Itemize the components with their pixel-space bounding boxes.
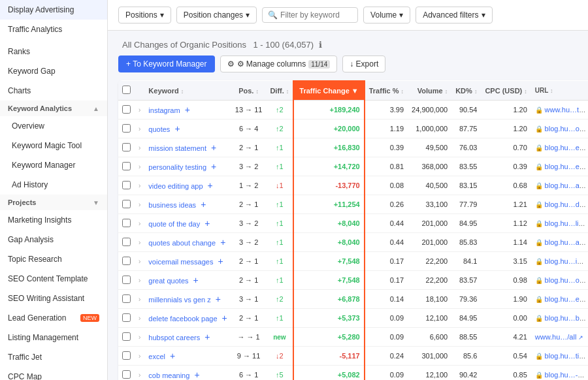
th-traffic-pct[interactable]: Traffic % ↕: [365, 81, 408, 101]
cell-expand[interactable]: ›: [135, 290, 144, 309]
keyword-link[interactable]: cob meaning: [148, 372, 189, 379]
expand-icon[interactable]: ›: [139, 182, 140, 189]
add-keyword-icon[interactable]: +: [201, 199, 206, 210]
th-traffic-change[interactable]: Traffic Change ▼: [293, 81, 364, 101]
sidebar-item-seo-writing-assistant[interactable]: SEO Writing Assistant: [0, 289, 107, 308]
sidebar-item-keyword-magic-tool[interactable]: Keyword Magic Tool: [0, 136, 107, 155]
row-checkbox[interactable]: [122, 351, 131, 360]
url-link[interactable]: blog.hu…-eo: [545, 371, 586, 379]
cell-expand[interactable]: ›: [135, 138, 144, 157]
expand-icon[interactable]: ›: [139, 277, 140, 284]
th-url[interactable]: URL ↕: [531, 81, 588, 101]
cell-checkbox[interactable]: [118, 347, 135, 366]
positions-button[interactable]: Positions ▾: [118, 7, 171, 24]
expand-icon[interactable]: ›: [139, 201, 140, 208]
position-changes-button[interactable]: Position changes ▾: [176, 7, 257, 24]
sidebar-item-topic-research[interactable]: Topic Research: [0, 249, 107, 269]
sidebar-section-projects[interactable]: Projects ▼: [0, 195, 107, 210]
cell-checkbox[interactable]: [118, 101, 135, 119]
add-keyword-icon[interactable]: +: [170, 351, 175, 361]
row-checkbox[interactable]: [122, 276, 131, 284]
keyword-link[interactable]: quotes about change: [148, 239, 216, 247]
row-checkbox[interactable]: [122, 181, 131, 189]
select-all-checkbox[interactable]: [122, 86, 131, 94]
sidebar-item-display-advertising[interactable]: Display Advertising: [0, 0, 107, 20]
sidebar-item-listing-management[interactable]: Listing Management: [0, 328, 107, 347]
cell-expand[interactable]: ›: [135, 233, 144, 252]
keyword-link[interactable]: hubspot careers: [148, 334, 200, 341]
cell-expand[interactable]: ›: [135, 195, 144, 214]
cell-checkbox[interactable]: [118, 309, 135, 328]
sidebar-item-traffic-jet[interactable]: Traffic Jet: [0, 347, 107, 367]
keyword-link[interactable]: excel: [148, 353, 165, 360]
th-select-all[interactable]: [118, 81, 135, 101]
url-link[interactable]: blog.hu…dea: [545, 200, 587, 208]
sidebar-item-marketing-insights[interactable]: Marketing Insights: [0, 210, 107, 230]
url-link[interactable]: blog.hu…ing: [545, 257, 585, 265]
sidebar-item-lead-generation[interactable]: Lead Generation NEW: [0, 308, 107, 328]
filter-keyword-input-container[interactable]: 🔍: [262, 7, 358, 23]
url-link[interactable]: blog.hu…en-: [545, 295, 586, 303]
keyword-link[interactable]: instagram: [148, 106, 180, 114]
add-keyword-icon[interactable]: +: [211, 161, 216, 172]
cell-checkbox[interactable]: [118, 366, 135, 381]
th-cpc[interactable]: CPC (USD) ↕: [481, 81, 531, 101]
url-link[interactable]: blog.hu…tips: [545, 352, 587, 360]
row-checkbox[interactable]: [122, 294, 131, 303]
cell-checkbox[interactable]: [118, 290, 135, 309]
row-checkbox[interactable]: [122, 257, 131, 265]
sidebar-item-charts[interactable]: Charts: [0, 81, 107, 101]
url-link[interactable]: blog.hu…ote: [545, 125, 586, 133]
keyword-link[interactable]: personality testing: [148, 163, 206, 171]
cell-expand[interactable]: ›: [135, 214, 144, 233]
expand-icon[interactable]: ›: [139, 163, 140, 170]
add-keyword-icon[interactable]: +: [174, 123, 180, 134]
cell-checkbox[interactable]: [118, 233, 135, 252]
keyword-link[interactable]: quotes: [148, 125, 170, 133]
cell-expand[interactable]: ›: [135, 328, 144, 347]
add-keyword-icon[interactable]: +: [218, 256, 223, 266]
cell-checkbox[interactable]: [118, 157, 135, 176]
keyword-link[interactable]: delete facebook page: [148, 315, 217, 323]
expand-icon[interactable]: ›: [139, 353, 140, 360]
expand-icon[interactable]: ›: [139, 106, 140, 114]
url-link[interactable]: blog.hu…ang: [545, 238, 587, 246]
url-link[interactable]: blog.hu…boc: [545, 314, 587, 322]
url-link[interactable]: blog.hu…esti: [545, 163, 587, 170]
expand-icon[interactable]: ›: [139, 372, 140, 379]
add-keyword-icon[interactable]: +: [216, 294, 221, 304]
sidebar-item-cpc-map[interactable]: CPC Map: [0, 367, 107, 380]
cell-expand[interactable]: ›: [135, 271, 144, 290]
manage-columns-button[interactable]: ⚙ ⚙ Manage columns 11/14: [220, 55, 338, 72]
url-link[interactable]: blog.hu…ote: [545, 276, 586, 284]
add-keyword-icon[interactable]: +: [185, 104, 190, 115]
url-link[interactable]: www.hu…ting: [545, 106, 588, 114]
add-keyword-icon[interactable]: +: [222, 313, 227, 323]
url-link[interactable]: blog.hu…list: [545, 219, 585, 227]
row-checkbox[interactable]: [122, 219, 131, 227]
add-keyword-icon[interactable]: +: [211, 142, 216, 153]
row-checkbox[interactable]: [122, 162, 131, 170]
row-checkbox[interactable]: [122, 143, 131, 151]
row-checkbox[interactable]: [122, 105, 131, 114]
add-keyword-icon[interactable]: +: [193, 275, 199, 285]
sidebar-item-ad-history[interactable]: Ad History: [0, 175, 107, 195]
url-link[interactable]: blog.hu…app: [545, 182, 587, 189]
cell-checkbox[interactable]: [118, 214, 135, 233]
add-keyword-icon[interactable]: +: [204, 332, 210, 342]
keyword-link[interactable]: voicemail messages: [148, 258, 213, 266]
add-keyword-icon[interactable]: +: [194, 370, 199, 380]
cell-expand[interactable]: ›: [135, 157, 144, 176]
cell-checkbox[interactable]: [118, 176, 135, 195]
cell-expand[interactable]: ›: [135, 252, 144, 271]
cell-expand[interactable]: ›: [135, 347, 144, 366]
cell-checkbox[interactable]: [118, 252, 135, 271]
sidebar-item-overview[interactable]: Overview: [0, 116, 107, 136]
keyword-link[interactable]: video editing app: [148, 182, 203, 190]
add-keyword-icon[interactable]: +: [220, 237, 225, 247]
row-checkbox[interactable]: [122, 332, 131, 341]
expand-icon[interactable]: ›: [139, 258, 140, 265]
cell-checkbox[interactable]: [118, 138, 135, 157]
expand-icon[interactable]: ›: [139, 125, 140, 133]
row-checkbox[interactable]: [122, 313, 131, 322]
